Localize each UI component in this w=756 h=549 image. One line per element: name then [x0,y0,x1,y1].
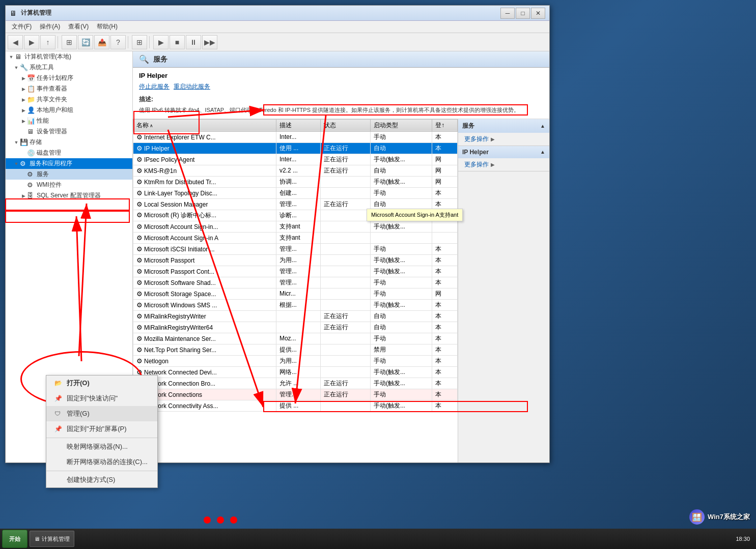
table-row[interactable]: ⚙Link-Layer Topology Disc...创建...手动本 [133,187,458,198]
tree-system-tools[interactable]: ▼ 🔧 系统工具 [6,62,132,73]
service-name-cell: ⚙Microsoft Passport Cont... [133,266,276,277]
tree-event-viewer[interactable]: ▶ 📋 事件查看器 [6,83,132,94]
table-row[interactable]: ⚙Network Connections管理...正在运行手动本 [133,389,458,400]
ctx-shortcut[interactable]: 创建快捷方式(S) [46,472,157,487]
minimize-button[interactable]: ─ [500,8,515,19]
tree-expand-disk[interactable] [20,150,27,157]
service-login-cell: 本 [432,355,457,366]
table-row[interactable]: ⚙Network Connected Devi...网络...手动(触发...本 [133,366,458,378]
action-more-ip[interactable]: 更多操作 ▶ [458,158,549,171]
restart-service-link[interactable]: 重启动此服务 [174,82,210,91]
back-button[interactable]: ◀ [8,35,23,49]
menu-file[interactable]: 文件(F) [8,21,36,32]
tree-device-manager[interactable]: 🖥 设备管理器 [6,126,132,137]
table-row[interactable]: ⚙Microsoft Account Sign-in...支持ant手动(触发.… [133,221,458,232]
service-status-cell [320,187,370,198]
taskbar-computer-mgmt[interactable]: 🖥 计算机管理 [30,531,74,547]
col-startup[interactable]: 启动类型 [370,119,432,131]
tree-disk-mgmt[interactable]: 💿 磁盘管理 [6,148,132,158]
services-table-container[interactable]: 名称∧ 描述 状态 启动类型 登↑ ⚙Internet Explorer ETW… [133,119,458,463]
tree-services[interactable]: ⚙ 服务 [6,169,132,180]
ctx-pin-start[interactable]: 📌 固定到"开始"屏幕(P) [46,421,157,437]
table-row[interactable]: ⚙Microsoft Windows SMS ...根据...手动(触发...本 [133,299,458,310]
tree-expand-perf[interactable]: ▶ [20,118,27,125]
table-row[interactable]: ⚙Network Connectivity Ass...提供 ...手动(触发.… [133,400,458,411]
table-row[interactable]: ⚙MiRalinkRegistryWriter正在运行自动本 [133,310,458,322]
tree-expand-wmi[interactable] [20,182,27,189]
action-more-main[interactable]: 更多操作 ▶ [458,133,549,146]
tree-storage[interactable]: ▼ 💾 存储 [6,137,132,148]
col-login[interactable]: 登↑ [432,119,457,131]
properties-button[interactable]: ⊞ [132,35,147,49]
tree-expand-event[interactable]: ▶ [20,85,27,93]
maximize-button[interactable]: □ [516,8,530,19]
table-row[interactable]: ⚙Mozilla Maintenance Ser...Moz...手动本 [133,333,458,344]
table-row[interactable]: ⚙Microsoft iSCSI Initiator ...管理...手动本 [133,243,458,254]
forward-button[interactable]: ▶ [24,35,39,49]
table-row[interactable]: ⚙Net.Tcp Port Sharing Ser...提供...禁用本 [133,344,458,355]
ctx-manage[interactable]: 🛡 管理(G) [46,406,157,421]
table-row[interactable]: ⚙Netlogon为用...手动本 [133,355,458,366]
menu-help[interactable]: 帮助(H) [93,21,122,32]
refresh-button[interactable]: 🔄 [78,35,93,49]
table-row[interactable]: ⚙Microsoft Account Sign-in A支持ant [133,232,458,243]
service-desc-cell: 允许 ... [276,378,320,389]
col-status[interactable]: 状态 [320,119,370,131]
actions-section-header-ip[interactable]: IP Helper ▲ [458,146,549,158]
tree-expand-users[interactable]: ▶ [20,107,27,114]
tree-performance[interactable]: ▶ 📊 性能 [6,115,132,126]
tree-expand-storage[interactable]: ▼ [13,139,20,146]
show-hide-button[interactable]: ⊞ [62,35,77,49]
tree-shared-folders[interactable]: ▶ 📁 共享文件夹 [6,94,132,105]
export-button[interactable]: 📤 [94,35,109,49]
table-row[interactable]: ⚙IP Helper使用 ...正在运行自动本 [133,142,458,154]
col-desc[interactable]: 描述 [276,119,320,131]
tree-task-scheduler[interactable]: ▶ 📅 任务计划程序 [6,73,132,83]
table-row[interactable]: ⚙Local Session Manager管理...正在运行自动本 [133,198,458,210]
table-row[interactable]: ⚙Microsoft Software Shad...管理...手动本 [133,277,458,288]
up-button[interactable]: ↑ [40,35,55,49]
tree-label-svc: 服务 [37,170,49,179]
tree-expand-root[interactable]: ▼ [8,53,15,61]
tree-sql-config[interactable]: ▶ 🗄 SQL Server 配置管理器 [6,190,132,201]
table-row[interactable]: ⚙IPsec Policy AgentInter...正在运行手动(触发...网 [133,154,458,165]
table-row[interactable]: ⚙MiRalinkRegistryWriter64正在运行自动本 [133,322,458,333]
service-startup-cell: 禁用 [370,344,432,355]
close-button[interactable]: ✕ [531,8,545,19]
table-row[interactable]: ⚙Network Connection Bro...允许 ...正在运行手动(触… [133,378,458,389]
stop-service-link[interactable]: 停止此服务 [139,82,170,91]
play-button[interactable]: ▶ [153,35,169,49]
stop-button[interactable]: ■ [170,35,185,49]
table-row[interactable]: ⚙Microsoft Passport Cont...管理...手动(触发...… [133,266,458,277]
tree-expand-sys[interactable]: ▼ [13,64,20,71]
tree-root[interactable]: ▼ 🖥 计算机管理(本地) [6,51,132,62]
tree-wmi[interactable]: ⚙ WMI控件 [6,180,132,190]
tree-expand-svc[interactable] [20,171,27,178]
tree-expand-shared[interactable]: ▶ [20,96,27,103]
tree-local-users[interactable]: ▶ 👤 本地用户和组 [6,105,132,115]
tree-expand-sql[interactable]: ▶ [20,192,27,199]
tree-expand-task[interactable]: ▶ [20,75,27,82]
table-row[interactable]: ⚙KtmRm for Distributed Tr...协调...手动(触发..… [133,176,458,187]
table-row[interactable]: ⚙Microsoft Storage Space...Micr...手动网 [133,288,458,299]
services-title: 服务 [153,55,167,64]
restart-toolbar-button[interactable]: ▶▶ [202,35,217,49]
tree-expand-dev[interactable] [20,128,27,135]
table-row[interactable]: ⚙KMS-R@1nv2.2 ...正在运行自动网 [133,165,458,176]
col-name[interactable]: 名称∧ [133,119,276,131]
ctx-disconnect-drive[interactable]: 断开网络驱动器的连接(C)... [46,454,157,470]
actions-section-header-main[interactable]: 服务 ▲ [458,119,549,133]
tree-expand-svcapp[interactable]: ▼ [13,160,20,167]
tree-label-perf: 性能 [37,117,49,125]
help-toolbar-button[interactable]: ? [110,35,126,49]
tree-services-apps[interactable]: ▼ ⚙ 服务和应用程序 [6,158,132,169]
table-row[interactable]: ⚙Internet Explorer ETW C...Inter...手动本 [133,131,458,142]
ctx-map-drive[interactable]: 映射网络驱动器(N)... [46,439,157,454]
menu-view[interactable]: 查看(V) [64,21,93,32]
ctx-open[interactable]: 📂 打开(O) [46,375,157,391]
menu-action[interactable]: 操作(A) [36,21,64,32]
table-row[interactable]: ⚙Microsoft Passport为用...手动(触发...本 [133,254,458,266]
ctx-pin-quick[interactable]: 📌 固定到"快速访问" [46,391,157,406]
pause-button[interactable]: ⏸ [186,35,201,49]
start-button[interactable]: 开始 [2,530,27,548]
